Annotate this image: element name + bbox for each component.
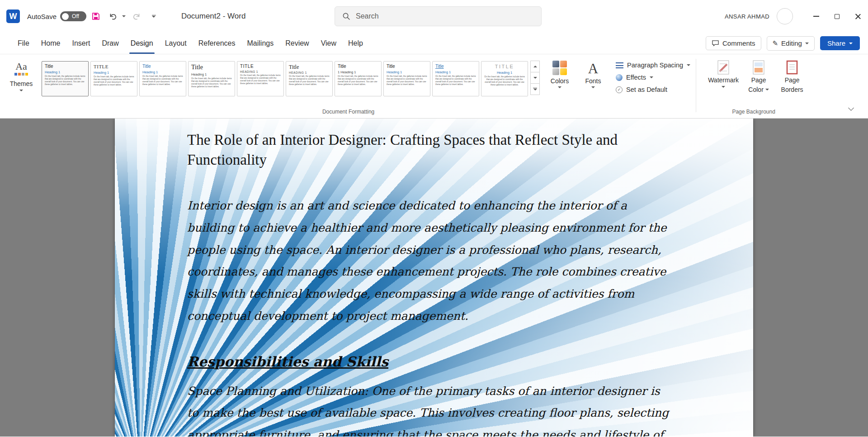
undo-icon [108,12,118,20]
document-subheading[interactable]: Responsibilities and Skills [187,354,684,370]
chevron-down-icon [122,15,126,17]
comments-button[interactable]: Comments [706,36,761,50]
window-title: Document2 - Word [181,12,245,21]
autosave-toggle[interactable]: Off [60,11,86,21]
page-color-button[interactable]: Page Color [745,57,772,94]
page-borders-label-line1: Page [785,76,800,84]
fonts-button[interactable]: A Fonts [580,57,607,88]
style-set-option-6[interactable]: Title HEADING 1 On the Insert tab, the g… [286,61,333,96]
style-set-option-7[interactable]: Title 1 Heading 1 On the Insert tab, the… [335,61,382,96]
tab-mailings[interactable]: Mailings [241,33,280,54]
colors-button[interactable]: Colors [546,57,573,88]
customize-toolbar-icon [152,15,156,18]
style-heading: Heading 1 [45,70,85,74]
ribbon: Aa Themes Title Heading 1 On the Insert … [0,54,868,119]
style-title: Title [387,64,427,69]
redo-button[interactable] [129,9,144,24]
tab-insert[interactable]: Insert [66,33,96,54]
style-heading: Heading 1 [142,70,183,74]
chevron-down-icon [558,86,561,88]
undo-button[interactable] [105,9,121,24]
gallery-scroll-down-button[interactable] [530,72,540,84]
style-title: Title [435,64,476,69]
style-title: Title [45,64,85,69]
search-box[interactable] [335,6,542,26]
search-icon [342,12,350,20]
page-color-label-line1: Page [751,76,766,84]
formatting-options-stack: Paragraph Spacing Effects ✓ Set as Defau… [616,57,690,93]
document-title-text[interactable]: The Role of an Interior Designer: Crafti… [187,130,635,170]
style-set-option-10[interactable]: TITLE Heading 1 On the Insert tab, the g… [481,61,528,96]
style-set-option-4[interactable]: Title Heading 1 On the Insert tab, the g… [188,61,235,96]
document-content: The Role of an Interior Designer: Crafti… [115,119,684,437]
save-button[interactable] [88,9,104,24]
search-input[interactable] [356,12,541,20]
gallery-more-button[interactable] [530,83,540,95]
watermark-button[interactable]: Watermark [708,57,739,88]
document-paragraph-2[interactable]: Space Planning and Utilization: One of t… [187,380,673,437]
chevron-down-icon [805,43,809,44]
tab-draw[interactable]: Draw [96,33,124,54]
redo-icon [132,12,141,20]
tab-home[interactable]: Home [35,33,66,54]
gallery-more-icon [533,88,537,91]
account-name[interactable]: ANSAR AHMAD [725,13,769,20]
autosave-label: AutoSave [27,13,57,20]
page-color-icon [753,60,764,75]
style-set-option-5[interactable]: TITLE HEADING 1 On the Insert tab, the g… [237,61,284,96]
effects-button[interactable]: Effects [616,74,690,81]
themes-button[interactable]: Aa Themes [6,57,36,91]
tab-layout[interactable]: Layout [159,33,193,54]
group-label-document-formatting: Document Formatting [6,108,690,118]
style-heading: Heading 1 [387,70,427,74]
minimize-icon [813,16,819,17]
style-heading: HEADING 1 [240,70,281,73]
close-button[interactable] [847,0,868,33]
style-heading: 1 Heading 1 [338,70,378,74]
restore-window-icon [835,14,840,19]
collapse-ribbon-button[interactable] [844,104,857,114]
style-body-text: On the Insert tab, the galleries include… [191,77,232,88]
style-title: TITLE [94,64,134,70]
page-borders-button[interactable]: Page Borders [778,57,806,94]
effects-label: Effects [626,74,646,81]
save-icon [91,12,100,21]
tab-review[interactable]: Review [279,33,315,54]
document-page[interactable]: The Role of an Interior Designer: Crafti… [115,119,753,437]
paragraph-spacing-button[interactable]: Paragraph Spacing [616,62,690,69]
watermark-icon [717,60,729,75]
minimize-button[interactable] [806,0,826,33]
style-set-option-9[interactable]: Title Heading 1 On the Insert tab, the g… [432,61,479,96]
tab-help[interactable]: Help [342,33,369,54]
style-heading: Heading 1 [435,70,476,74]
undo-dropdown-button[interactable] [121,9,127,24]
chevron-down-icon [765,89,769,90]
style-set-option-2[interactable]: TITLE Heading 1 On the Insert tab, the g… [90,61,137,96]
style-set-option-1[interactable]: Title Heading 1 On the Insert tab, the g… [42,61,89,96]
triangle-down-icon [533,77,537,79]
set-as-default-button[interactable]: ✓ Set as Default [616,86,690,93]
tab-design[interactable]: Design [125,33,159,54]
tab-view[interactable]: View [315,33,342,54]
share-button[interactable]: Share [820,36,860,50]
chevron-down-icon [591,86,595,88]
menubar-right-cluster: Comments ✎ Editing Share [706,33,860,54]
user-avatar[interactable] [777,8,793,24]
effects-sphere-icon [616,74,623,81]
editing-mode-button[interactable]: ✎ Editing [767,36,815,51]
comment-bubble-icon [712,39,719,47]
customize-quick-access-button[interactable] [146,9,161,24]
tab-file[interactable]: File [12,33,35,54]
style-body-text: On the Insert tab, the galleries include… [45,75,85,86]
themes-icon: Aa [12,59,31,78]
document-canvas[interactable]: The Role of an Interior Designer: Crafti… [0,119,868,437]
style-title: Title [191,64,232,71]
maximize-button[interactable] [826,0,847,33]
document-paragraph-1[interactable]: Interior design is an art and science de… [187,195,673,328]
style-set-option-3[interactable]: Title Heading 1 On the Insert tab, the g… [139,61,186,96]
gallery-scroll-up-button[interactable] [530,61,540,72]
group-document-formatting: Aa Themes Title Heading 1 On the Insert … [6,57,690,118]
style-title: Title [338,64,378,69]
style-set-option-8[interactable]: Title Heading 1 On the Insert tab, the g… [383,61,430,96]
tab-references[interactable]: References [193,33,241,54]
